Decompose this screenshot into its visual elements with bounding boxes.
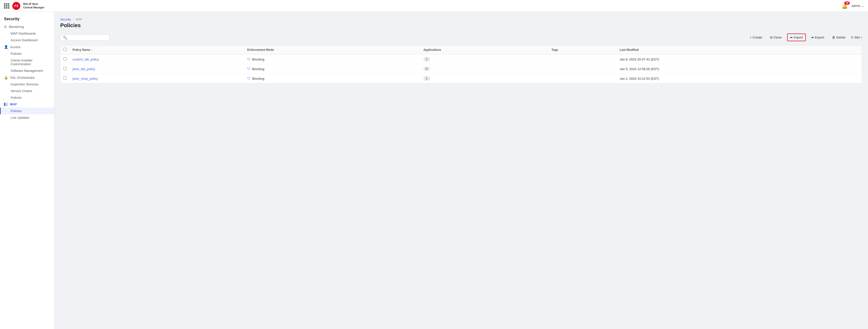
row-policy-name-0: custom_lab_policy <box>69 55 244 64</box>
shield-icon-2: 🛡 <box>247 77 251 81</box>
export-icon: ➡ <box>811 35 814 39</box>
refresh-button[interactable]: ↻ 60s ▾ <box>851 35 862 39</box>
row-tags-2 <box>549 74 617 83</box>
row-policy-name-1: juice_lab_policy <box>69 64 244 74</box>
sidebar-group-ssl[interactable]: 🔒 SSL Orchestrator <box>0 74 54 81</box>
enforcement-mode-text-1: Blocking <box>252 67 264 71</box>
app-badge-1: 0 <box>424 67 430 71</box>
ssl-icon: 🔒 <box>4 76 8 80</box>
delete-button[interactable]: 🗑 Delete <box>830 34 848 41</box>
row-tags-0 <box>549 55 617 64</box>
page-title: Policies <box>60 22 862 29</box>
f5-logo: F5 <box>12 2 20 10</box>
enforcement-mode-text-2: Blocking <box>252 77 264 81</box>
sidebar-item-clients-installer[interactable]: Clients Installer Customization <box>0 57 54 67</box>
th-policy-name: Policy Name ⬦ <box>69 46 244 55</box>
sidebar-item-access-dashboard[interactable]: Access Dashboard <box>0 37 54 43</box>
row-checkbox-cell <box>60 74 69 83</box>
create-button[interactable]: + Create <box>747 34 765 41</box>
row-policy-name-2: juice_shop_policy <box>69 74 244 83</box>
sidebar-item-waf-policies[interactable]: Policies <box>0 108 54 114</box>
refresh-icon: ↻ <box>851 35 854 39</box>
row-last-modified-1: Jan 5, 2024 12:58:26 (EST) <box>617 64 862 74</box>
th-last-modified: Last Modified <box>617 46 862 55</box>
row-last-modified-0: Jan 8, 2024 20:47:42 (EST) <box>617 55 862 64</box>
monitoring-icon: ⊞ <box>4 25 7 29</box>
app-badge-2: 1 <box>424 76 430 81</box>
sidebar-item-software-management[interactable]: Software Management <box>0 67 54 74</box>
policies-table: Policy Name ⬦ Enforcement Mode Applicati… <box>60 46 862 83</box>
app-name: BIG-IP Next Central Manager <box>23 2 44 9</box>
sidebar-item-access-policies[interactable]: Policies <box>0 50 54 57</box>
row-applications-2: 1 <box>421 74 549 83</box>
search-input[interactable] <box>69 35 107 39</box>
topbar: F5 BIG-IP Next Central Manager 🔔 58 admi… <box>0 0 868 12</box>
shield-icon-0: 🛡 <box>247 57 251 61</box>
sidebar-item-inspection-services[interactable]: Inspection Services <box>0 81 54 88</box>
th-applications: Applications <box>421 46 549 55</box>
main-content: Security › WAF Policies 🔍 + Create ⧉ Clo… <box>54 12 868 329</box>
policy-name-link-1[interactable]: juice_lab_policy <box>72 67 95 71</box>
delete-icon: 🗑 <box>832 35 835 39</box>
row-last-modified-2: Jan 2, 2024 10:12:53 (EST) <box>617 74 862 83</box>
row-checkbox-cell <box>60 55 69 64</box>
th-checkbox <box>60 46 69 55</box>
policy-name-link-0[interactable]: custom_lab_policy <box>72 58 99 61</box>
breadcrumb: Security › WAF <box>60 18 862 21</box>
refresh-dropdown-arrow: ▾ <box>861 36 862 39</box>
sidebar-group-monitoring[interactable]: ⊞ Monitoring <box>0 23 54 30</box>
access-icon: 👤 <box>4 45 8 49</box>
topbar-left: F5 BIG-IP Next Central Manager <box>4 2 58 10</box>
policies-table-container: Policy Name ⬦ Enforcement Mode Applicati… <box>60 45 862 83</box>
notification-badge: 58 <box>844 1 849 5</box>
clone-button[interactable]: ⧉ Clone <box>768 34 784 41</box>
th-enforcement-mode: Enforcement Mode <box>244 46 421 55</box>
waf-icon <box>4 103 8 106</box>
policy-name-link-2[interactable]: juice_shop_policy <box>72 77 98 81</box>
row-enforcement-mode-0: 🛡 Blocking <box>244 55 421 64</box>
admin-menu-button[interactable]: admin ⌄ <box>852 4 864 8</box>
row-tags-1 <box>549 64 617 74</box>
sidebar-group-waf[interactable]: WAF <box>0 101 54 108</box>
row-enforcement-mode-1: 🛡 Blocking <box>244 64 421 74</box>
sidebar-item-ssl-policies[interactable]: Policies <box>0 94 54 101</box>
sidebar: Security ⊞ Monitoring WAF Dashboards Acc… <box>0 12 54 329</box>
row-checkbox-0[interactable] <box>63 57 67 60</box>
sidebar-item-waf-dashboards[interactable]: WAF Dashboards <box>0 30 54 37</box>
toolbar-actions: + Create ⧉ Clone ⬅ Import ➡ Export 🗑 Del… <box>747 34 862 41</box>
export-button[interactable]: ➡ Export <box>809 34 827 41</box>
app-badge-0: 1 <box>424 57 430 61</box>
import-button[interactable]: ⬅ Import <box>787 34 806 41</box>
table-row: juice_shop_policy 🛡 Blocking 1 Jan 2, 20… <box>60 74 862 83</box>
row-checkbox-2[interactable] <box>63 77 67 80</box>
toolbar: 🔍 + Create ⧉ Clone ⬅ Import ➡ Export 🗑 D… <box>60 34 862 41</box>
sort-policy-name-icon[interactable]: ⬦ <box>91 49 93 51</box>
breadcrumb-waf: WAF <box>76 18 82 21</box>
row-checkbox-1[interactable] <box>63 67 67 70</box>
enforcement-mode-text-0: Blocking <box>252 58 264 61</box>
th-tags: Tags <box>549 46 617 55</box>
grid-menu-icon[interactable] <box>4 3 9 9</box>
row-applications-0: 1 <box>421 55 549 64</box>
clone-icon: ⧉ <box>770 35 772 39</box>
shield-icon-1: 🛡 <box>247 67 251 71</box>
table-row: custom_lab_policy 🛡 Blocking 1 Jan 8, 20… <box>60 55 862 64</box>
select-all-checkbox[interactable] <box>63 48 67 51</box>
row-enforcement-mode-2: 🛡 Blocking <box>244 74 421 83</box>
search-box[interactable]: 🔍 <box>60 34 110 41</box>
sidebar-section-title: Security <box>0 12 54 23</box>
sidebar-item-live-updates[interactable]: Live Updates <box>0 114 54 121</box>
breadcrumb-security[interactable]: Security <box>60 18 71 21</box>
import-icon: ⬅ <box>790 35 793 39</box>
table-row: juice_lab_policy 🛡 Blocking 0 Jan 5, 202… <box>60 64 862 74</box>
topbar-right: 🔔 58 admin ⌄ <box>842 3 864 9</box>
notification-button[interactable]: 🔔 58 <box>842 3 848 9</box>
sidebar-item-service-chains[interactable]: Service Chains <box>0 88 54 94</box>
sidebar-group-access[interactable]: 👤 Access <box>0 43 54 50</box>
search-icon: 🔍 <box>63 35 67 39</box>
row-applications-1: 0 <box>421 64 549 74</box>
row-checkbox-cell <box>60 64 69 74</box>
